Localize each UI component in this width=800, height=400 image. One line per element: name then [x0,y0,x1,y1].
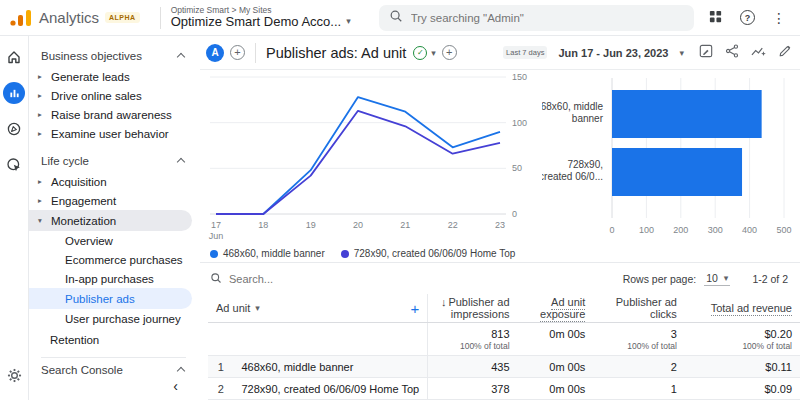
collapsed-arrow-icon: ▸ [36,196,44,205]
chevron-down-icon[interactable]: ▾ [679,48,684,58]
pagination-range: 1-2 of 2 [752,273,788,285]
date-preset-badge: Last 7 days [503,46,547,59]
ad-unit-name: 728x90, created 06/06/09 Home Top [233,378,427,400]
sidebar-item-user-purchase-journey[interactable]: User purchase journey [29,309,200,328]
table-row[interactable]: 2 728x90, created 06/06/09 Home Top 378 … [208,378,800,400]
svg-text:21: 21 [400,220,410,230]
section-business-objectives[interactable]: Business objectives [29,44,200,67]
advertising-icon[interactable] [6,154,22,176]
sort-descending-icon: ↓ [441,296,447,308]
svg-text:banner: banner [572,113,604,124]
search-icon [389,9,403,26]
collapse-sidebar-icon[interactable]: ‹ [173,378,178,394]
column-header-revenue[interactable]: Total ad revenue [685,294,800,323]
sidebar-item-drive-online-sales[interactable]: ▸ Drive online sales [29,86,200,105]
report-saved-check-icon[interactable]: ✓ [413,46,427,60]
home-icon[interactable] [6,46,22,68]
add-dimension-button[interactable]: + [410,300,419,317]
add-report-tab-button[interactable]: + [442,45,457,60]
svg-text:Jun: Jun [209,231,224,241]
svg-text:100: 100 [639,225,654,235]
alpha-badge: ALPHA [105,12,140,23]
dimension-header[interactable]: Ad unit ▾ [216,302,260,314]
edit-report-icon[interactable] [778,44,792,61]
sidebar-item-generate-leads[interactable]: ▸ Generate leads [29,67,200,86]
apps-grid-icon[interactable] [708,9,723,27]
chevron-down-icon[interactable]: ▾ [431,48,436,58]
line-chart-plot: 05010015017Jun181920212223 [204,72,536,244]
divider [160,7,161,29]
rows-per-page-select[interactable]: 10 ▾ [704,272,730,286]
reports-icon-active[interactable] [3,82,25,104]
svg-text:50: 50 [512,163,522,173]
chevron-down-icon: ▾ [346,17,351,27]
total-exposure: 0m 00s [526,328,586,340]
help-icon[interactable]: ? [740,10,755,25]
section-life-cycle[interactable]: Life cycle [29,149,200,172]
sidebar-item-examine-user-behavior[interactable]: ▸ Examine user behavior [29,124,200,143]
svg-text:728x90,: 728x90, [567,159,603,170]
column-header-impressions[interactable]: ↓Publisher ad impressions [428,294,518,323]
search-input[interactable] [411,12,684,24]
table-row[interactable]: 1 468x60, middle banner 435 0m 00s 2 $0.… [208,356,800,378]
legend-item: 728x90, created 06/06/09 Home Top [341,248,516,259]
date-range-selector[interactable]: Jun 17 - Jun 23, 2023 [558,47,668,59]
series-dot-icon [341,250,349,258]
sidebar-item-monetization[interactable]: ▾ Monetization [29,210,192,231]
total-clicks: 3 [601,328,677,340]
global-search[interactable] [379,5,694,31]
sidebar-item-publisher-ads[interactable]: Publisher ads [29,288,192,309]
collapsed-arrow-icon: ▸ [36,129,44,138]
explore-icon[interactable] [6,118,22,140]
account-name[interactable]: Optimize Smart Demo Acco... [171,15,342,29]
reports-sidebar: Business objectives ▸ Generate leads ▸ D… [28,36,200,400]
sidebar-item-ecommerce-purchases[interactable]: Ecommerce purchases [29,250,200,269]
add-comparison-button[interactable]: + [230,45,245,60]
collapsed-arrow-icon: ▸ [36,177,44,186]
comparison-chip[interactable]: A [206,44,224,62]
analytics-logo-icon [10,10,32,26]
line-chart: 05010015017Jun181920212223 468x60, middl… [204,72,536,264]
table-search[interactable] [210,272,409,287]
column-header-exposure[interactable]: Ad unit exposure [518,294,594,323]
expanded-arrow-icon: ▾ [36,216,44,225]
sidebar-item-raise-brand-awareness[interactable]: ▸ Raise brand awareness [29,105,200,124]
column-header-clicks[interactable]: Publisher ad clicks [593,294,685,323]
sidebar-item-acquisition[interactable]: ▸ Acquisition [29,172,200,191]
series-dot-icon [210,250,218,258]
svg-text:22: 22 [448,220,458,230]
chevron-down-icon: ▾ [255,303,260,313]
chevron-up-icon [177,158,185,166]
svg-text:400: 400 [742,225,757,235]
bar-chart-plot: 0100200300400500468x60, middlebanner728x… [542,74,796,252]
page-title: Publisher ads: Ad unit [266,45,406,61]
sidebar-item-in-app-purchases[interactable]: In-app purchases [29,269,200,288]
divider [255,43,256,63]
chevron-up-icon [177,367,185,375]
svg-text:19: 19 [306,220,316,230]
more-options-icon[interactable]: ⋮ [772,10,786,26]
svg-text:0: 0 [609,225,614,235]
sidebar-item-retention[interactable]: Retention [29,330,200,350]
sidebar-item-overview[interactable]: Overview [29,231,200,250]
chevron-up-icon [177,53,185,61]
customize-report-icon[interactable] [699,44,713,61]
svg-text:18: 18 [258,220,268,230]
sidebar-item-engagement[interactable]: ▸ Engagement [29,191,200,210]
legend-item: 468x60, middle banner [210,248,325,259]
total-revenue: $0.20 [693,328,792,340]
table-search-input[interactable] [229,273,409,285]
table-controls: Rows per page: 10 ▾ 1-2 of 2 [210,266,788,292]
insights-icon[interactable] [751,44,766,62]
account-selector[interactable]: Optimize Smart > My Sites Optimize Smart… [171,6,351,30]
report-header: A + Publisher ads: Ad unit ✓ ▾ + Last 7 … [200,36,800,70]
svg-text:500: 500 [776,225,791,235]
total-impressions: 813 [436,328,509,340]
top-app-bar: Analytics ALPHA Optimize Smart > My Site… [0,0,800,36]
ad-unit-name: 468x60, middle banner [233,356,427,378]
product-name: Analytics [39,9,99,26]
svg-text:created 06/0...: created 06/0... [542,171,603,182]
totals-row: 813 100% of total 0m 00s 3 100% of total… [208,323,800,356]
share-icon[interactable] [725,44,739,61]
admin-gear-icon[interactable] [7,368,22,386]
